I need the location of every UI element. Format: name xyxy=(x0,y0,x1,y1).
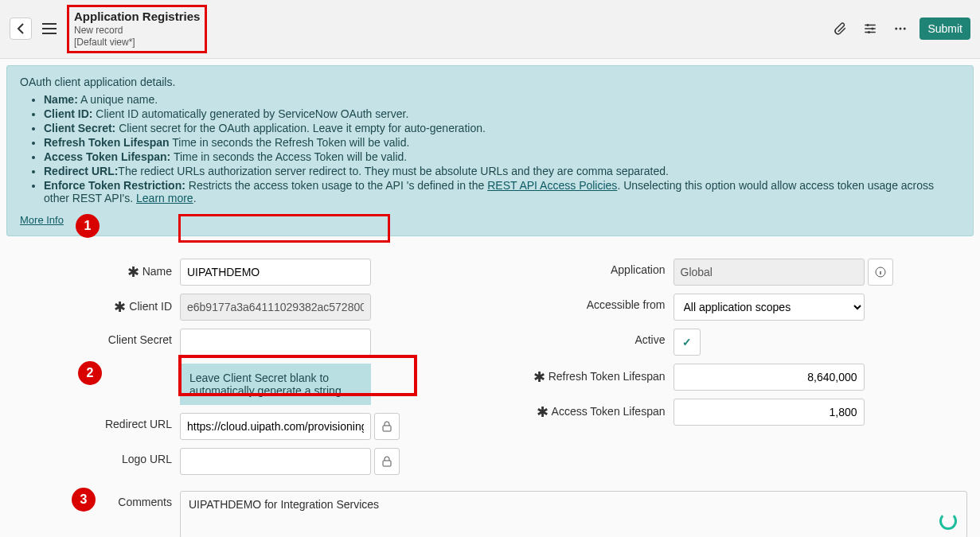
svg-point-4 xyxy=(900,28,902,30)
accessible-from-label: Accessible from xyxy=(587,298,666,311)
access-lifespan-field[interactable] xyxy=(674,399,865,426)
client-secret-hint: Leave Client Secret blank to automatical… xyxy=(180,364,371,405)
required-icon: ✱ xyxy=(127,264,139,280)
rest-api-policies-link[interactable]: REST API Access Policies xyxy=(487,179,617,192)
info-item: Redirect URL:The rediect URLs authorizat… xyxy=(44,165,960,177)
topbar-actions: Submit xyxy=(829,18,970,40)
accessible-from-select[interactable]: All application scopes xyxy=(674,294,865,321)
page-subtitle-1: New record xyxy=(74,25,200,37)
annotation-badge-2: 2 xyxy=(78,361,102,385)
learn-more-link[interactable]: Learn more xyxy=(136,192,193,204)
active-checkbox[interactable]: ✓ xyxy=(674,329,701,356)
loading-spinner-icon xyxy=(939,512,957,530)
application-field xyxy=(674,259,865,286)
right-column: Application Accessible from All applicat… xyxy=(506,251,968,483)
name-label: Name xyxy=(143,264,172,277)
refresh-lifespan-label: Refresh Token Lifespan xyxy=(549,369,666,382)
attachment-button[interactable] xyxy=(829,18,851,40)
info-icon xyxy=(875,267,886,278)
refresh-lifespan-field[interactable] xyxy=(674,364,865,391)
submit-button-top[interactable]: Submit xyxy=(919,18,970,40)
more-info-link[interactable]: More Info xyxy=(20,214,64,226)
svg-point-2 xyxy=(868,31,870,33)
settings-button[interactable] xyxy=(859,18,881,40)
application-label: Application xyxy=(611,263,666,276)
lock-icon xyxy=(382,421,392,432)
info-item: Name: A unique name. xyxy=(44,93,960,106)
logo-url-lock-button[interactable] xyxy=(374,448,400,475)
logo-url-label: Logo URL xyxy=(122,453,172,465)
required-icon: ✱ xyxy=(533,369,545,385)
page-subtitle-2: [Default view*] xyxy=(74,37,200,49)
client-id-label: Client ID xyxy=(129,299,172,312)
required-icon: ✱ xyxy=(537,404,549,420)
required-icon: ✱ xyxy=(114,299,126,315)
info-list: Name: A unique name. Client ID: Client I… xyxy=(44,93,960,204)
info-item: Client Secret: Client secret for the OAu… xyxy=(44,122,960,134)
lock-icon xyxy=(382,456,392,467)
menu-button[interactable] xyxy=(38,18,61,40)
annotation-badge-3: 3 xyxy=(72,488,96,512)
svg-point-1 xyxy=(872,28,874,30)
info-item: Enforce Token Restriction: Restricts the… xyxy=(44,179,960,204)
hamburger-icon xyxy=(42,23,57,34)
annotation-badge-1: 1 xyxy=(76,214,100,238)
client-secret-field[interactable] xyxy=(180,329,371,356)
back-button[interactable] xyxy=(10,18,32,40)
more-button[interactable] xyxy=(889,18,912,40)
svg-point-3 xyxy=(896,28,898,30)
top-bar: Application Registries New record [Defau… xyxy=(0,0,980,59)
redirect-url-field[interactable] xyxy=(180,413,371,440)
more-horizontal-icon xyxy=(893,21,908,36)
info-item: Client ID: Client ID automatically gener… xyxy=(44,107,960,120)
page-title-block: Application Registries New record [Defau… xyxy=(67,5,207,53)
paperclip-icon xyxy=(833,21,847,36)
logo-url-field[interactable] xyxy=(180,448,371,475)
application-info-button[interactable] xyxy=(868,259,893,286)
name-field[interactable] xyxy=(180,259,371,286)
redirect-url-label: Redirect URL xyxy=(105,418,172,430)
comments-value: UIPATHDEMO for Integration Services xyxy=(189,498,379,511)
client-id-field xyxy=(180,294,371,321)
info-item: Access Token Lifespan: Time in seconds t… xyxy=(44,150,960,163)
svg-rect-7 xyxy=(383,461,391,466)
info-panel: OAuth client application details. Name: … xyxy=(6,65,974,236)
info-heading: OAuth client application details. xyxy=(20,76,960,88)
info-item: Refresh Token Lifespan Time in seconds t… xyxy=(44,136,960,149)
chevron-left-icon xyxy=(17,23,25,34)
redirect-url-lock-button[interactable] xyxy=(374,413,400,440)
access-lifespan-label: Access Token Lifespan xyxy=(552,404,666,417)
svg-point-5 xyxy=(904,28,906,30)
svg-point-0 xyxy=(867,24,869,26)
sliders-icon xyxy=(863,21,877,36)
form: ✱Name ✱Client ID Client Secret xyxy=(0,243,980,537)
client-secret-label: Client Secret xyxy=(108,333,172,346)
comments-field[interactable]: UIPATHDEMO for Integration Services xyxy=(180,491,967,537)
svg-rect-6 xyxy=(383,426,391,431)
page-title: Application Registries xyxy=(74,9,200,25)
active-label: Active xyxy=(634,333,665,346)
comments-label: Comments xyxy=(118,496,172,508)
